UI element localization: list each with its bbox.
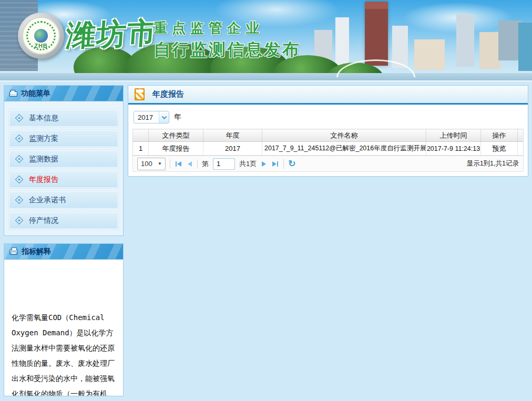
sidebar-item-annual-report[interactable]: 年度报告 — [9, 171, 118, 188]
pagination-separator — [170, 159, 170, 169]
row-file-name: 2017_7_9_11_245112@已解密_2016年度自行监测开展情况年 — [262, 142, 426, 156]
function-menu-header: 功能菜单 — [4, 86, 123, 101]
row-spacer — [518, 142, 524, 156]
diamond-compass-icon — [15, 217, 24, 225]
page-number-input[interactable] — [213, 158, 235, 170]
year-filter-row: 2017 年 — [134, 111, 524, 124]
year-select-value: 2017 — [138, 114, 153, 121]
indicator-explanation-text: 化学需氧量COD（Chemical Oxygen Demand）是以化学方法测量… — [4, 260, 123, 396]
next-page-button[interactable] — [261, 160, 267, 168]
caret-down-icon: ▼ — [158, 161, 162, 166]
col-operation: 操作 — [481, 129, 518, 142]
col-index — [133, 129, 149, 142]
col-file-name: 文件名称 — [262, 129, 426, 142]
annual-report-header: 年度报告 — [128, 86, 528, 103]
year-suffix-label: 年 — [174, 112, 181, 122]
year-select[interactable]: 2017 — [134, 111, 169, 124]
banner-building — [456, 14, 474, 67]
sidebar-item-monitoring-plan[interactable]: 监测方案 — [9, 130, 118, 147]
row-year: 2017 — [203, 142, 262, 156]
banner-river — [0, 73, 532, 80]
sidebar-item-basic-info[interactable]: 基本信息 — [9, 109, 118, 127]
page: ZHB 潍坊市 重点监管企业 自行监测信息发布 功能菜单 基本信息 — [0, 0, 532, 401]
prev-page-button[interactable] — [187, 160, 193, 168]
sidebar-item-monitoring-data[interactable]: 监测数据 — [9, 150, 118, 168]
col-spacer — [518, 129, 524, 142]
function-menu-panel: 功能菜单 基本信息 监测方案 监测数据 — [4, 85, 124, 236]
chevron-down-icon — [159, 111, 169, 123]
pagination-separator — [197, 159, 198, 169]
indicator-explanation-panel: 指标解释 化学需氧量COD（Chemical Oxygen Demand）是以化… — [4, 243, 124, 396]
sidebar-item-production-halt[interactable]: 停产情况 — [9, 212, 118, 229]
indicator-explanation-title: 指标解释 — [22, 247, 51, 256]
banner-building — [414, 39, 445, 70]
page-size-value: 100 — [141, 160, 152, 168]
pagination-separator — [283, 159, 284, 169]
records-summary: 显示1到1,共1记录 — [467, 159, 519, 168]
banner-building — [518, 23, 532, 71]
row-index: 1 — [133, 142, 149, 156]
row-upload-time: 2017-7-9 11:24:13 — [426, 142, 481, 156]
diamond-compass-icon — [15, 114, 24, 122]
diamond-compass-icon — [15, 135, 24, 143]
last-page-button[interactable] — [271, 160, 279, 168]
col-file-type: 文件类型 — [149, 129, 203, 142]
clipboard-icon — [135, 88, 145, 100]
table-header-row: 文件类型 年度 文件名称 上传时间 操作 — [133, 129, 524, 142]
diamond-compass-icon — [15, 176, 24, 184]
subtitle-line2: 自行监测信息发布 — [154, 38, 301, 61]
refresh-button[interactable]: ↻ — [288, 159, 295, 168]
preview-link[interactable]: 预览 — [481, 142, 518, 156]
header-banner: ZHB 潍坊市 重点监管企业 自行监测信息发布 — [0, 0, 532, 81]
sidebar: 功能菜单 基本信息 监测方案 监测数据 — [4, 85, 124, 396]
function-menu-body: 基本信息 监测方案 监测数据 年度报告 — [4, 101, 123, 235]
banner-building-red-tower — [365, 2, 388, 66]
sidebar-item-commitment-letter[interactable]: 企业承诺书 — [9, 191, 118, 209]
banner-building — [335, 17, 349, 68]
page-size-select[interactable]: 100 ▼ — [137, 158, 166, 170]
diamond-compass-icon — [15, 155, 24, 163]
first-page-button[interactable] — [175, 160, 182, 168]
city-title: 潍坊市 — [65, 13, 159, 56]
page-label-prefix: 第 — [202, 159, 209, 169]
folder-icon — [9, 91, 17, 97]
subtitle-line1: 重点监管企业 — [154, 19, 301, 37]
pagination-bar: 100 ▼ 第 共1页 ↻ 显示1到1,共1记录 — [132, 156, 524, 172]
page-title: 年度报告 — [152, 89, 184, 99]
table-row: 1 年度报告 2017 2017_7_9_11_245112@已解密_2016年… — [133, 142, 524, 156]
environmental-protection-logo: ZHB — [18, 13, 64, 59]
content-area: 功能菜单 基本信息 监测方案 监测数据 — [0, 81, 532, 400]
logo-text: ZHB — [23, 43, 59, 49]
function-menu-title: 功能菜单 — [21, 89, 50, 98]
indicator-explanation-header: 指标解释 — [4, 244, 123, 260]
diamond-compass-icon — [15, 196, 24, 204]
site-subtitle: 重点监管企业 自行监测信息发布 — [154, 19, 301, 61]
col-upload-time: 上传时间 — [426, 129, 481, 142]
annual-report-body: 2017 年 文件类型 年度 文件名 — [128, 105, 528, 176]
printer-icon — [9, 249, 18, 255]
row-file-type: 年度报告 — [149, 142, 203, 156]
annual-report-panel: 年度报告 2017 年 — [128, 85, 528, 177]
annual-report-table: 文件类型 年度 文件名称 上传时间 操作 1 年度报告 2017 — [132, 129, 524, 156]
total-pages-label: 共1页 — [239, 159, 257, 169]
col-year: 年度 — [203, 129, 262, 142]
logo-inner: ZHB — [22, 17, 60, 55]
banner-building — [479, 32, 500, 69]
